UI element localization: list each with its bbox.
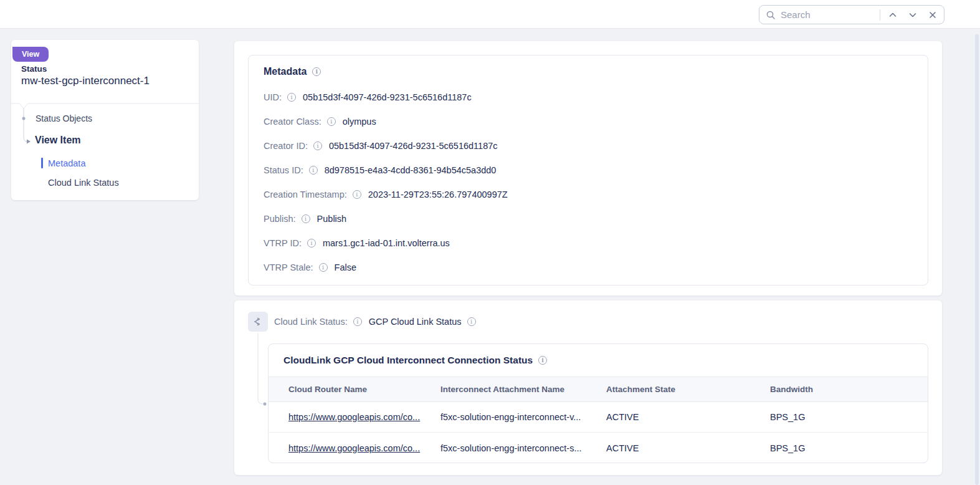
metadata-field: Creator ID:05b15d3f-4097-426d-9231-5c651… xyxy=(264,133,913,158)
info-icon[interactable] xyxy=(309,166,318,175)
field-value: Publish xyxy=(317,214,347,224)
cloud-router-link[interactable]: https://www.googleapis.com/co... xyxy=(269,443,440,453)
field-value: olympus xyxy=(343,117,376,127)
sidebar-item-cloud-link-status[interactable]: Cloud Link Status xyxy=(11,173,199,192)
sidebar-item-label: Cloud Link Status xyxy=(48,178,119,188)
sidebar-item-view-item[interactable]: View Item xyxy=(35,135,81,146)
sidebar-item-status-objects[interactable]: Status Objects xyxy=(36,113,92,123)
info-icon[interactable] xyxy=(287,93,296,102)
field-label: Creator ID: xyxy=(264,141,308,151)
table-row: https://www.googleapis.com/co...f5xc-sol… xyxy=(269,433,928,463)
metadata-card: Metadata UID:05b15d3f-4097-426d-9231-5c6… xyxy=(234,41,942,295)
metadata-field: Creator Class:olympus xyxy=(264,109,913,133)
field-label: VTRP ID: xyxy=(264,238,302,248)
table-header-row: Cloud Router NameInterconnect Attachment… xyxy=(269,377,928,402)
info-icon[interactable] xyxy=(327,117,336,126)
metadata-field: Publish:Publish xyxy=(264,206,913,231)
metadata-field: Creation Timestamp:2023-11-29T23:55:26.7… xyxy=(264,182,913,206)
table-cell: ACTIVE xyxy=(606,412,770,422)
info-icon[interactable] xyxy=(313,142,322,150)
field-value: 05b15d3f-4097-426d-9231-5c6516d1187c xyxy=(303,92,472,102)
info-icon[interactable] xyxy=(302,214,310,223)
search-close-button[interactable] xyxy=(925,7,940,22)
column-header: Bandwidth xyxy=(770,385,928,394)
view-badge: View xyxy=(12,47,49,62)
table-cell: BPS_1G xyxy=(770,412,928,422)
sidebar-item-label: Metadata xyxy=(48,158,85,168)
metadata-field: VTRP Stale:False xyxy=(264,255,913,279)
metadata-field: UID:05b15d3f-4097-426d-9231-5c6516d1187c xyxy=(264,85,913,109)
info-icon[interactable] xyxy=(312,67,321,76)
table-body: https://www.googleapis.com/co...f5xc-sol… xyxy=(269,402,928,463)
metadata-field: Status ID:8d978515-e4a3-4cdd-8361-94b54c… xyxy=(264,158,913,182)
field-label: Status ID: xyxy=(264,165,303,175)
table-cell: f5xc-solution-engg-interconnect-s... xyxy=(440,443,606,453)
cloud-router-link[interactable]: https://www.googleapis.com/co... xyxy=(269,412,440,422)
metadata-title: Metadata xyxy=(264,66,307,77)
info-icon[interactable] xyxy=(353,190,361,199)
metadata-field: VTRP ID:mars1.gc1-iad-01.int.volterra.us xyxy=(264,231,913,255)
field-value: 05b15d3f-4097-426d-9231-5c6516d1187c xyxy=(329,141,498,151)
info-icon[interactable] xyxy=(319,263,328,272)
cloud-link-status-value: GCP Cloud Link Status xyxy=(369,317,462,327)
field-label: UID: xyxy=(264,92,282,102)
info-icon[interactable] xyxy=(307,239,316,247)
column-header: Interconnect Attachment Name xyxy=(440,385,606,394)
search-icon xyxy=(766,10,776,20)
field-value: mars1.gc1-iad-01.int.volterra.us xyxy=(323,238,450,248)
vertical-scrollbar[interactable] xyxy=(975,34,979,485)
cloud-link-status-label: Cloud Link Status: xyxy=(274,317,348,327)
object-type-label: Status xyxy=(21,64,47,74)
interconnect-status-table: CloudLink GCP Cloud Interconnect Connect… xyxy=(268,343,928,463)
field-label: Creator Class: xyxy=(264,117,321,127)
field-label: Creation Timestamp: xyxy=(264,190,347,199)
field-label: VTRP Stale: xyxy=(264,262,313,272)
table-title: CloudLink GCP Cloud Interconnect Connect… xyxy=(283,355,533,366)
field-value: 8d978515-e4a3-4cdd-8361-94b54c5a3dd0 xyxy=(325,165,497,175)
object-name: mw-test-gcp-interconnect-1 xyxy=(21,75,150,87)
field-label: Publish: xyxy=(264,214,296,224)
field-value: 2023-11-29T23:55:26.797400997Z xyxy=(368,190,508,199)
top-bar xyxy=(0,0,980,29)
table-cell: BPS_1G xyxy=(770,443,928,453)
metadata-box: Metadata UID:05b15d3f-4097-426d-9231-5c6… xyxy=(248,55,928,286)
branch-icon xyxy=(248,312,268,332)
table-row: https://www.googleapis.com/co...f5xc-sol… xyxy=(269,402,928,433)
field-value: False xyxy=(335,262,356,272)
table-cell: f5xc-solution-engg-interconnect-v... xyxy=(440,412,606,422)
search-prev-button[interactable] xyxy=(885,7,900,22)
info-icon[interactable] xyxy=(467,317,476,326)
info-icon[interactable] xyxy=(353,317,362,326)
column-header: Cloud Router Name xyxy=(269,385,440,394)
column-header: Attachment State xyxy=(606,385,770,394)
sidebar-item-metadata[interactable]: Metadata xyxy=(11,153,199,173)
status-sidebar: View Status mw-test-gcp-interconnect-1 S… xyxy=(11,40,199,200)
search-next-button[interactable] xyxy=(905,7,920,22)
metadata-fields: UID:05b15d3f-4097-426d-9231-5c6516d1187c… xyxy=(264,85,913,279)
search-box[interactable] xyxy=(759,5,944,24)
cloud-link-status-card: Cloud Link Status: GCP Cloud Link Status… xyxy=(234,300,942,475)
table-cell: ACTIVE xyxy=(606,443,770,453)
search-input[interactable] xyxy=(781,9,875,20)
info-icon[interactable] xyxy=(538,356,547,365)
sidebar-tree-children: MetadataCloud Link Status xyxy=(11,153,199,192)
search-divider xyxy=(880,9,880,21)
